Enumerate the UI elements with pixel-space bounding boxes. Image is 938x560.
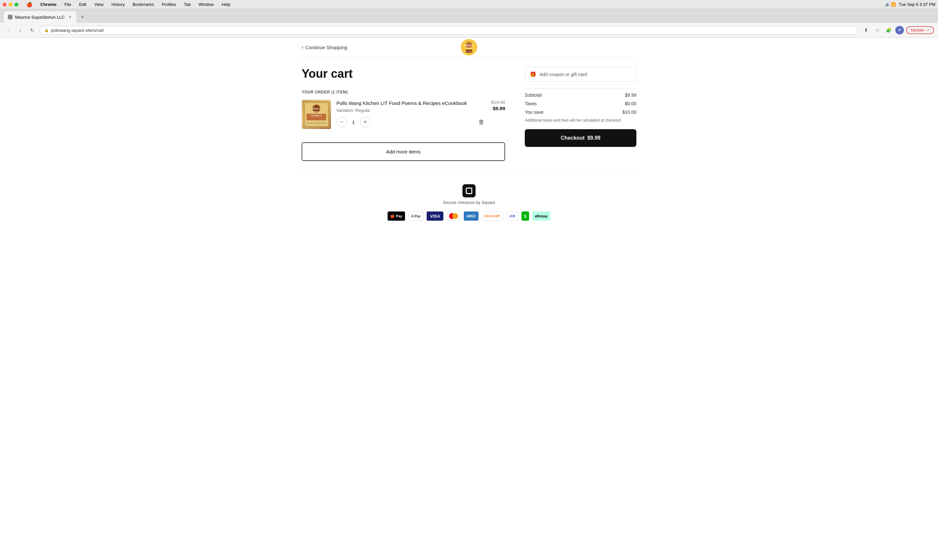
item-image: POLLO WANG KITCHEN LIT RECIPES Get your … — [302, 100, 331, 129]
page-header: ‹ Continue Shopping POLLO WANG KITCHEN — [302, 38, 636, 57]
item-variation: Variation: Regular — [336, 108, 486, 113]
tab-close-btn[interactable]: ✕ — [67, 14, 73, 20]
menubar-profiles[interactable]: Profiles — [160, 1, 177, 8]
menubar-bookmarks[interactable]: Bookmarks — [131, 1, 155, 8]
page-content: ‹ Continue Shopping POLLO WANG KITCHEN Y… — [288, 38, 650, 234]
checkout-price: $9.99 — [587, 135, 600, 141]
quantity-value: 1 — [347, 119, 360, 125]
item-price-col: $19.99 $9.99 — [491, 100, 505, 129]
site-logo: POLLO WANG KITCHEN — [461, 39, 477, 55]
item-sale-price: $9.99 — [491, 106, 505, 111]
logo-svg: POLLO WANG KITCHEN — [461, 39, 477, 55]
svg-text:POLLO: POLLO — [312, 108, 321, 110]
refresh-btn[interactable]: ↻ — [28, 26, 37, 35]
checkout-label: Checkout — [561, 135, 585, 141]
cash-app-icon: $ — [521, 211, 529, 221]
minimize-window-btn[interactable] — [9, 3, 12, 6]
menubar-time: Tue Sep 6 3:37 PM — [899, 2, 935, 7]
summary-divider — [525, 88, 636, 89]
taxes-value: $0.00 — [625, 101, 636, 106]
menubar-chrome[interactable]: Chrome — [39, 1, 58, 8]
url-field[interactable]: 🔒 pollowang.square.site/s/cart — [39, 26, 858, 35]
menubar-window[interactable]: Window — [197, 1, 215, 8]
menubar-help[interactable]: Help — [221, 1, 232, 8]
you-save-value: $10.00 — [622, 109, 636, 115]
increase-quantity-btn[interactable]: + — [360, 117, 370, 127]
menubar-view[interactable]: View — [93, 1, 105, 8]
variation-label: Variation: — [336, 108, 354, 113]
continue-shopping-link[interactable]: ‹ Continue Shopping — [302, 44, 347, 50]
cart-title: Your cart — [302, 67, 505, 81]
coupon-icon: 🎁 — [530, 71, 536, 77]
svg-text:KITCHEN LIT: KITCHEN LIT — [311, 115, 321, 117]
cart-item: POLLO WANG KITCHEN LIT RECIPES Get your … — [302, 100, 505, 136]
quantity-controls: − 1 + — [336, 117, 370, 127]
close-window-btn[interactable] — [3, 3, 6, 6]
you-save-label: You save — [525, 109, 543, 115]
mc-orange-circle — [452, 213, 458, 219]
update-button[interactable]: Update ⋯ — [906, 26, 934, 34]
update-dots: ⋯ — [926, 28, 929, 32]
apple-menu[interactable]: 🍎 — [26, 2, 32, 8]
book-cover-svg: POLLO WANG KITCHEN LIT RECIPES Get your … — [303, 101, 330, 128]
mastercard-icon — [447, 211, 460, 221]
google-pay-icon: G Pay — [408, 211, 423, 221]
discover-icon: DISCOVER — [482, 211, 503, 221]
square-logo-container — [302, 184, 636, 200]
subtotal-value: $9.99 — [625, 92, 636, 98]
back-arrow-icon: ‹ — [302, 44, 303, 50]
new-tab-btn[interactable]: + — [78, 12, 87, 22]
svg-text:KITCHEN: KITCHEN — [465, 51, 473, 52]
share-icon[interactable]: ⬆ — [861, 26, 871, 35]
coupon-field[interactable]: 🎁 Add coupon or gift card — [525, 67, 636, 82]
variation-value: Regular — [355, 108, 370, 113]
bookmark-icon[interactable]: ☆ — [873, 26, 882, 35]
subtotal-label: Subtotal — [525, 92, 542, 98]
mastercard-circles — [449, 213, 458, 219]
checkout-btn[interactable]: Checkout $9.99 — [525, 129, 636, 147]
menubar-edit[interactable]: Edit — [78, 1, 88, 8]
address-bar: ‹ › ↻ 🔒 pollowang.square.site/s/cart ⬆ ☆… — [0, 23, 938, 37]
menubar-tab[interactable]: Tab — [182, 1, 192, 8]
add-more-items-btn[interactable]: Add more items — [302, 142, 505, 161]
decrease-quantity-btn[interactable]: − — [336, 117, 347, 127]
square-logo — [463, 184, 475, 197]
coupon-text: Add coupon or gift card — [540, 72, 587, 77]
you-save-row: You save $10.00 — [525, 109, 636, 115]
toolbar-icons: ⬆ ☆ 🧩 P Update ⋯ — [861, 26, 934, 35]
maximize-window-btn[interactable] — [14, 3, 19, 6]
payment-icons: 🍎 Pay G Pay VISA AMEX DISCOVER JCB $ aft… — [302, 211, 636, 221]
cart-main: Your cart YOUR ORDER (1 ITEM) POLLO WANG — [302, 67, 505, 161]
subtotal-row: Subtotal $9.99 — [525, 92, 636, 98]
extension-icon[interactable]: 🧩 — [884, 26, 893, 35]
square-logo-inner — [466, 188, 472, 194]
browser-chrome: Maurice SupaStishun LLC ✕ + ‹ › ↻ 🔒 poll… — [0, 9, 938, 38]
tab-favicon — [8, 15, 12, 19]
tab-bar: Maurice SupaStishun LLC ✕ + — [0, 9, 938, 23]
svg-text:WANG: WANG — [314, 111, 319, 112]
menubar-file[interactable]: File — [63, 1, 73, 8]
taxes-row: Taxes $0.00 — [525, 101, 636, 106]
delete-item-btn[interactable]: 🗑 — [477, 117, 486, 127]
visa-icon: VISA — [427, 211, 443, 221]
amex-icon: AMEX — [464, 211, 478, 221]
item-original-price: $19.99 — [491, 100, 505, 105]
svg-text:POLLO: POLLO — [464, 44, 474, 47]
trash-icon: 🗑 — [478, 119, 484, 125]
back-btn[interactable]: ‹ — [4, 26, 13, 35]
back-link-text: Continue Shopping — [305, 45, 347, 50]
active-tab[interactable]: Maurice SupaStishun LLC ✕ — [4, 11, 77, 23]
profile-icon[interactable]: P — [895, 26, 904, 35]
forward-btn[interactable]: › — [16, 26, 25, 35]
svg-text:Get your eCookbook NOW!: Get your eCookbook NOW! — [307, 122, 327, 124]
menubar-history[interactable]: History — [110, 1, 126, 8]
url-text: pollowang.square.site/s/cart — [51, 28, 104, 33]
tab-title: Maurice SupaStishun LLC — [15, 15, 65, 20]
jcb-icon: JCB — [506, 211, 518, 221]
traffic-lights — [3, 3, 19, 6]
order-label: YOUR ORDER (1 ITEM) — [302, 90, 505, 94]
update-label: Update — [911, 28, 924, 32]
menubar-icons: 🔊 📶 — [885, 2, 896, 7]
item-row-bottom: − 1 + 🗑 — [336, 117, 486, 127]
item-image-inner: POLLO WANG KITCHEN LIT RECIPES Get your … — [302, 100, 331, 129]
